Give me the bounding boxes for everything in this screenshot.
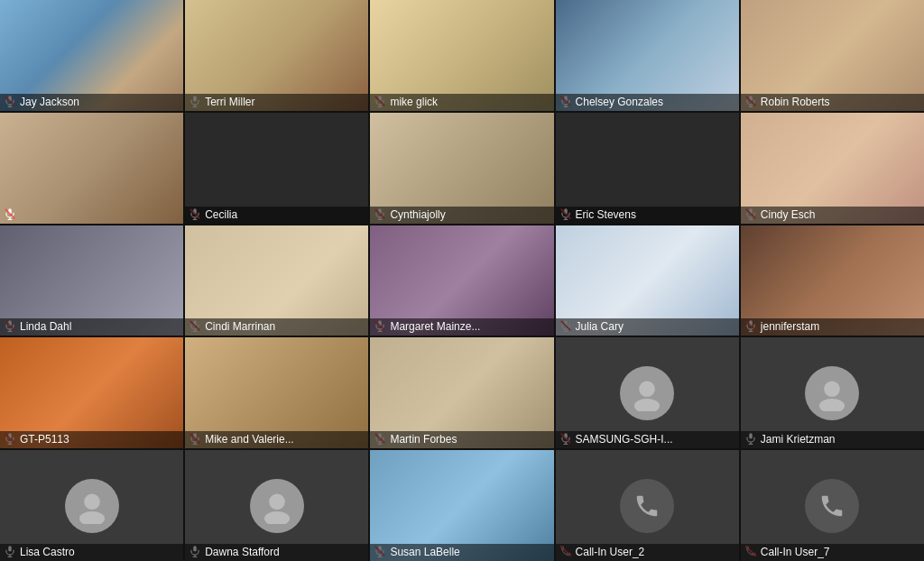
participant-cell-cecilia[interactable]: Cecilia	[185, 113, 368, 224]
name-label-gt-p5113: GT-P5113	[0, 431, 183, 448]
video-grid: Jay Jackson Terri Miller mike glick Chel…	[0, 0, 924, 561]
svg-point-77	[825, 381, 841, 397]
participant-cell-lisa-castro[interactable]: Lisa Castro	[0, 450, 183, 561]
participant-cell-mike-glick[interactable]: mike glick	[370, 0, 553, 111]
participant-cell-terri-miller[interactable]: Terri Miller	[185, 0, 368, 111]
svg-point-82	[84, 493, 100, 510]
name-label-martin-forbes: Martin Forbes	[370, 431, 553, 448]
svg-point-83	[79, 511, 105, 524]
participant-cell-cynthiajolly[interactable]: Cynthiajolly	[370, 113, 553, 224]
name-label-callin-user2: Call-In User_2	[556, 544, 739, 561]
name-label-cindi-marrinan: Cindi Marrinan	[185, 318, 368, 336]
participant-cell-cindi-marrinan[interactable]: Cindi Marrinan	[185, 225, 368, 336]
name-label-cecilia: Cecilia	[185, 207, 368, 224]
name-label-linda-dahl: Linda Dahl	[0, 318, 183, 336]
svg-point-88	[264, 511, 290, 524]
participant-cell-linda-dahl[interactable]: Linda Dahl	[0, 225, 183, 336]
name-label-chelsey-gonzales: Chelsey Gonzales	[556, 94, 739, 111]
participant-cell-eric-stevens[interactable]: Eric Stevens	[556, 113, 739, 224]
participant-cell-jenniferstam[interactable]: jenniferstam	[741, 225, 924, 336]
participant-cell-jay-jackson[interactable]: Jay Jackson	[0, 0, 183, 111]
name-label-dawna-stafford: Dawna Stafford	[185, 544, 368, 561]
svg-point-72	[634, 399, 660, 411]
participant-cell-chelsey-gonzales[interactable]: Chelsey Gonzales	[556, 0, 739, 111]
participant-cell-julia-cary[interactable]: Julia Cary	[556, 225, 739, 336]
participant-cell-cindy-esch[interactable]: Cindy Esch	[741, 113, 924, 224]
name-label-julia-cary: Julia Cary	[556, 318, 739, 336]
name-label-cynthiajolly: Cynthiajolly	[370, 207, 553, 224]
participant-cell-gt-p5113[interactable]: GT-P5113	[0, 337, 183, 448]
svg-point-87	[269, 493, 285, 510]
participant-cell-callin-user7[interactable]: Call-In User_7	[741, 450, 924, 561]
participant-cell-dawna-stafford[interactable]: Dawna Stafford	[185, 450, 368, 561]
participant-cell-row2-1[interactable]	[0, 113, 183, 224]
name-label-terri-miller: Terri Miller	[185, 94, 368, 111]
name-label-susan-labelle: Susan LaBelle	[370, 544, 553, 561]
name-label-robin-roberts: Robin Roberts	[741, 94, 924, 111]
name-label-mike-valerie: Mike and Valerie...	[185, 431, 368, 448]
name-label-samsung-sgh: SAMSUNG-SGH-I...	[556, 431, 739, 448]
participant-cell-callin-user2[interactable]: Call-In User_2	[556, 450, 739, 561]
mute-icon-row2-1	[4, 207, 16, 220]
name-label-margaret-mainze: Margaret Mainze...	[370, 318, 553, 336]
name-label-jami-krietzman: Jami Krietzman	[741, 431, 924, 448]
participant-cell-margaret-mainze[interactable]: Margaret Mainze...	[370, 225, 553, 336]
participant-cell-samsung-sgh[interactable]: SAMSUNG-SGH-I...	[556, 337, 739, 448]
svg-point-78	[819, 399, 845, 411]
participant-cell-mike-valerie[interactable]: Mike and Valerie...	[185, 337, 368, 448]
participant-cell-jami-krietzman[interactable]: Jami Krietzman	[741, 337, 924, 448]
participant-cell-robin-roberts[interactable]: Robin Roberts	[741, 0, 924, 111]
name-label-jay-jackson: Jay Jackson	[0, 94, 183, 111]
svg-point-71	[639, 381, 655, 397]
name-label-lisa-castro: Lisa Castro	[0, 544, 183, 561]
name-label-mike-glick: mike glick	[370, 94, 553, 111]
name-label-jenniferstam: jenniferstam	[741, 318, 924, 336]
name-label-callin-user7: Call-In User_7	[741, 544, 924, 561]
name-label-eric-stevens: Eric Stevens	[556, 207, 739, 224]
participant-cell-susan-labelle[interactable]: Susan LaBelle	[370, 450, 553, 561]
participant-cell-martin-forbes[interactable]: Martin Forbes	[370, 337, 553, 448]
name-label-cindy-esch: Cindy Esch	[741, 207, 924, 224]
